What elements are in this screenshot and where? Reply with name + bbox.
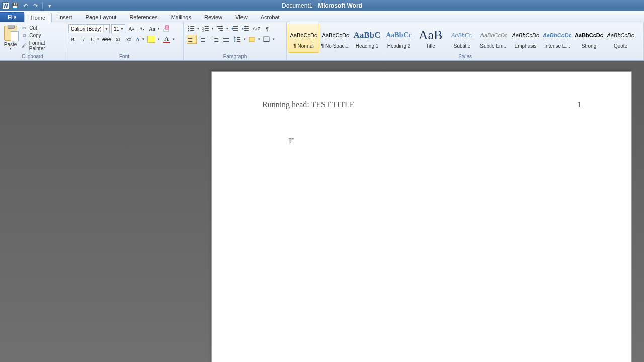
svg-rect-14 [217,26,223,27]
group-paragraph: 123 A↓Z ¶ [184,22,287,60]
ribbon-tabs: File Home Insert Page Layout References … [0,11,644,22]
svg-rect-23 [244,30,249,31]
show-hide-button[interactable]: ¶ [263,24,272,33]
format-painter-button[interactable]: 🖌 Format Painter [20,40,63,52]
styles-gallery[interactable]: AaBbCcDc¶ NormalAaBbCcDc¶ No Spaci...AaB… [288,24,636,53]
style--no-spaci-[interactable]: AaBbCcDc¶ No Spaci... [319,24,351,53]
svg-rect-35 [212,40,218,40]
sort-button[interactable]: A↓Z [252,24,261,33]
align-right-button[interactable] [210,35,220,44]
svg-rect-1 [165,26,169,29]
group-font: Calibri (Body) ▼ 11 ▼ A▴ A▾ Aa B I U abc [65,22,184,60]
tab-page-layout[interactable]: Page Layout [79,12,123,22]
svg-point-4 [188,28,189,29]
style-label: Heading 2 [387,43,411,49]
bold-button[interactable]: B [68,35,77,44]
bullets-button[interactable] [187,24,200,33]
title-app-name: Microsoft Word [318,2,362,9]
svg-text:3: 3 [202,29,204,32]
numbering-button[interactable]: 123 [201,24,214,33]
style-subtitle[interactable]: AaBbCc.Subtitle [446,24,478,53]
chevron-down-icon[interactable]: ▼ [103,25,109,33]
undo-icon[interactable]: ↶ [21,2,29,10]
style-emphasis[interactable]: AaBbCcDcEmphasis [510,24,541,53]
svg-rect-48 [264,37,269,42]
svg-rect-25 [188,37,194,37]
style-label: Emphasis [515,43,537,49]
change-case-button[interactable]: Aa [148,24,160,33]
style-label: ¶ No Spaci... [321,43,350,49]
tab-acrobat[interactable]: Acrobat [254,12,286,22]
borders-button[interactable] [262,35,275,44]
svg-rect-18 [233,28,238,29]
format-painter-label: Format Painter [29,40,61,51]
clear-formatting-button[interactable] [162,24,171,33]
align-left-button[interactable] [187,35,197,44]
copy-button[interactable]: ⧉ Copy [20,32,63,39]
style-label: Subtitle [454,43,470,49]
multilevel-list-button[interactable] [216,24,229,33]
tab-file[interactable]: File [0,12,24,22]
style-preview: AaBbCcDc [512,28,539,42]
shrink-font-button[interactable]: A▾ [137,24,146,33]
subscript-button[interactable]: x2 [114,35,123,44]
svg-rect-29 [200,37,206,37]
tab-home[interactable]: Home [24,13,52,22]
paste-dropdown-icon[interactable]: ▼ [9,47,12,50]
tab-references[interactable]: References [123,12,164,22]
svg-rect-45 [237,39,240,40]
style-strong[interactable]: AaBbCcDcStrong [573,24,605,53]
style-preview: AaBbC [354,28,381,42]
chevron-down-icon[interactable]: ▼ [119,25,125,33]
svg-rect-5 [190,28,194,29]
grow-font-button[interactable]: A▴ [127,24,136,33]
font-color-bar-icon [163,42,170,43]
style-heading-1[interactable]: AaBbCHeading 1 [351,24,383,53]
shading-button[interactable] [248,35,261,44]
strikethrough-button[interactable]: abc [101,35,112,44]
redo-icon[interactable]: ↷ [31,2,39,10]
superscript-button[interactable]: x2 [124,35,133,44]
style-intense-e-[interactable]: AaBbCcDcIntense E... [541,24,573,53]
italic-button[interactable]: I [79,35,88,44]
text-effects-button[interactable]: A [135,35,145,44]
font-color-button[interactable]: A [162,35,175,44]
cut-button[interactable]: ✂ Cut [20,25,63,32]
qat-customize-icon[interactable]: ▾ [46,2,54,10]
svg-rect-9 [205,26,209,27]
svg-rect-15 [218,28,223,29]
line-spacing-button[interactable] [233,35,246,44]
style-title[interactable]: AaBTitle [415,24,446,53]
save-icon[interactable]: 💾 [11,2,19,10]
tab-review[interactable]: Review [198,12,229,22]
style-subtle-em-[interactable]: AaBbCcDcSubtle Em... [478,24,510,53]
tab-mailings[interactable]: Mailings [165,12,198,22]
underline-button[interactable]: U [90,35,100,44]
svg-marker-24 [242,28,244,30]
text-cursor-icon: I≡ [289,137,294,145]
paste-button[interactable]: Paste ▼ [2,25,19,51]
page-number-text: 1 [577,100,581,109]
font-family-combo[interactable]: Calibri (Body) ▼ [68,24,110,33]
highlight-yellow-icon [147,36,155,43]
word-app-icon[interactable]: W [2,2,9,9]
justify-button[interactable] [221,35,231,44]
tab-insert[interactable]: Insert [52,12,79,22]
style--normal[interactable]: AaBbCcDc¶ Normal [288,24,319,53]
clipboard-group-label: Clipboard [0,54,65,60]
increase-indent-button[interactable] [241,24,250,33]
document-page[interactable]: Running head: TEST TITLE 1 I≡ [211,71,632,362]
style-preview: AaBbCcDc [290,28,317,42]
tab-view[interactable]: View [229,12,254,22]
svg-rect-40 [223,41,229,42]
style-quote[interactable]: AaBbCcDcQuote [605,24,636,53]
svg-rect-17 [233,26,238,27]
align-center-button[interactable] [198,35,208,44]
svg-rect-30 [201,38,205,39]
style-heading-2[interactable]: AaBbCcHeading 2 [383,24,415,53]
svg-marker-41 [234,36,236,38]
font-size-combo[interactable]: 11 ▼ [111,24,125,33]
decrease-indent-button[interactable] [230,24,239,33]
highlight-button[interactable] [146,35,160,44]
svg-rect-39 [223,40,229,40]
